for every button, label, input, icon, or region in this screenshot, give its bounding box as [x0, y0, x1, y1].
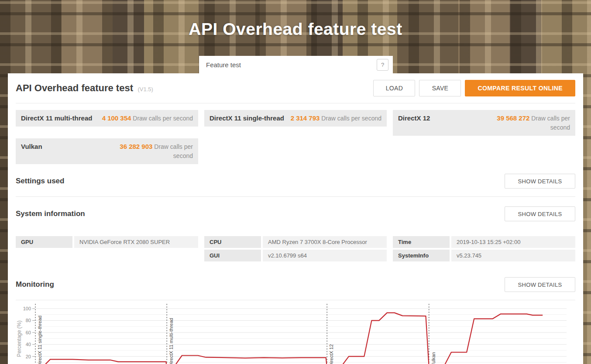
monitoring-heading: Monitoring	[16, 280, 54, 289]
monitoring-chart: 020406080100Percentage (%)DirectX 11 sin…	[16, 301, 575, 364]
time-label: Time	[393, 236, 450, 248]
result-row-vulkan: Vulkan 36 282 903 Draw calls per second	[16, 138, 198, 164]
api-label: DirectX 11 single-thread	[210, 113, 284, 123]
settings-heading: Settings used	[16, 177, 64, 185]
result-title: API Overhead feature test	[16, 82, 133, 93]
time-value: 2019-10-13 15:25 +02:00	[451, 236, 575, 248]
table-row: GUI v2.10.6799 s64	[204, 250, 387, 261]
table-row: Time 2019-10-13 15:25 +02:00	[393, 236, 575, 248]
svg-text:20: 20	[26, 354, 31, 359]
svg-text:60: 60	[26, 330, 31, 335]
toolbar-actions: LOAD SAVE COMPARE RESULT ONLINE	[373, 80, 575, 96]
load-button[interactable]: LOAD	[373, 80, 415, 96]
gpu-label: GPU	[16, 236, 72, 248]
score-value: 39 568 272 Draw calls per second	[481, 113, 570, 132]
score-value: 36 282 903 Draw calls per second	[103, 142, 193, 161]
settings-show-details-button[interactable]: SHOW DETAILS	[505, 174, 575, 189]
card-title-group: API Overhead feature test (V1.5)	[16, 82, 153, 94]
systeminfo-value: v5.23.745	[451, 250, 575, 261]
svg-text:DirectX 12: DirectX 12	[329, 344, 334, 364]
help-button[interactable]: ?	[377, 59, 388, 71]
svg-text:80: 80	[26, 318, 31, 323]
score-value: 4 100 354 Draw calls per second	[102, 113, 193, 123]
svg-text:DirectX 11 multi-thread: DirectX 11 multi-thread	[168, 318, 174, 364]
save-button[interactable]: SAVE	[419, 80, 461, 96]
svg-text:Percentage (%): Percentage (%)	[16, 320, 22, 357]
system-heading: System information	[16, 209, 85, 218]
systeminfo-label: SystemInfo	[393, 250, 450, 261]
table-row: SystemInfo v5.23.745	[393, 250, 575, 261]
monitoring-show-details-button[interactable]: SHOW DETAILS	[505, 277, 575, 292]
results-grid: DirectX 11 multi-thread 4 100 354 Draw c…	[16, 110, 575, 164]
gui-value: v2.10.6799 s64	[263, 250, 387, 261]
system-section-header: System information SHOW DETAILS	[16, 206, 575, 229]
score-value: 2 314 793 Draw calls per second	[291, 113, 381, 123]
svg-text:DirectX 11 single-thread: DirectX 11 single-thread	[37, 316, 42, 364]
test-selector-dropdown[interactable]: Feature test ?	[199, 56, 393, 73]
page-title: API Overhead feature test	[0, 0, 591, 39]
svg-text:Vulkan: Vulkan	[431, 352, 436, 364]
test-selector-value: Feature test	[206, 61, 241, 69]
result-row-dx11-single: DirectX 11 single-thread 2 314 793 Draw …	[204, 110, 387, 127]
api-label: Vulkan	[21, 142, 42, 151]
result-row-dx11-multi: DirectX 11 multi-thread 4 100 354 Draw c…	[16, 110, 198, 127]
version-label: (V1.5)	[137, 86, 153, 93]
api-label: DirectX 12	[398, 113, 430, 123]
monitoring-chart-svg: 020406080100Percentage (%)DirectX 11 sin…	[16, 301, 575, 364]
card-header: API Overhead feature test (V1.5) LOAD SA…	[16, 73, 575, 103]
result-card: API Overhead feature test (V1.5) LOAD SA…	[8, 73, 583, 364]
svg-text:40: 40	[26, 342, 31, 347]
system-info-col-3: Time 2019-10-13 15:25 +02:00 SystemInfo …	[393, 236, 575, 261]
system-info-col-2: CPU AMD Ryzen 7 3700X 8-Core Processor G…	[204, 236, 387, 261]
system-info-col-1: GPU NVIDIA GeForce RTX 2080 SUPER	[16, 236, 198, 248]
settings-section-header: Settings used SHOW DETAILS	[16, 174, 575, 197]
api-label: DirectX 11 multi-thread	[21, 113, 92, 123]
gui-label: GUI	[204, 250, 261, 261]
table-row: GPU NVIDIA GeForce RTX 2080 SUPER	[16, 236, 198, 248]
compare-result-online-button[interactable]: COMPARE RESULT ONLINE	[465, 80, 575, 96]
result-row-dx12: DirectX 12 39 568 272 Draw calls per sec…	[393, 110, 575, 136]
system-show-details-button[interactable]: SHOW DETAILS	[505, 206, 575, 221]
hero-banner: API Overhead feature test Feature test ?	[0, 0, 591, 73]
gpu-value: NVIDIA GeForce RTX 2080 SUPER	[74, 236, 198, 248]
svg-text:100: 100	[23, 306, 31, 311]
system-info-table: GPU NVIDIA GeForce RTX 2080 SUPER CPU AM…	[16, 236, 575, 261]
cpu-label: CPU	[204, 236, 261, 248]
table-row: CPU AMD Ryzen 7 3700X 8-Core Processor	[204, 236, 387, 248]
monitoring-section-header: Monitoring SHOW DETAILS	[16, 277, 575, 300]
cpu-value: AMD Ryzen 7 3700X 8-Core Processor	[263, 236, 387, 248]
